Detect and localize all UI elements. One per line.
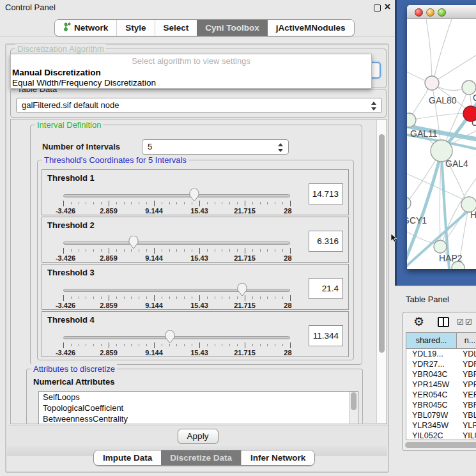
- node-gcy1: [407, 197, 411, 210]
- scrollbar-thumb[interactable]: [379, 134, 385, 353]
- node-gal80: [425, 76, 439, 90]
- split-view-icon[interactable]: [438, 317, 449, 327]
- close-icon[interactable]: ✕: [384, 2, 391, 12]
- zoom-traffic-light-icon[interactable]: [438, 8, 446, 17]
- table-data-combobox[interactable]: galFiltered.sif default node: [16, 98, 382, 113]
- close-traffic-light-icon[interactable]: [415, 8, 423, 17]
- column-header-name[interactable]: n...: [457, 333, 476, 348]
- number-of-intervals-label: Number of Intervals: [42, 142, 120, 151]
- threshold-2-value-field[interactable]: 6.316: [309, 231, 343, 252]
- attributes-group: Attributes to discretize Numerical Attri…: [26, 369, 363, 424]
- tab-jactivemnodules[interactable]: jActiveMNodules: [268, 20, 354, 36]
- slider-handle[interactable]: [237, 283, 247, 296]
- panel-vertical-scrollbar[interactable]: [376, 120, 386, 423]
- slider-track: [63, 336, 290, 339]
- slider-tick-labels: -3.426 2.859 9.144 15.43 21.715 28: [63, 349, 290, 357]
- gear-icon[interactable]: ⚙: [413, 314, 424, 329]
- slider-handle[interactable]: [189, 188, 199, 202]
- tab-discretize-data[interactable]: Discretize Data: [161, 450, 241, 465]
- network-canvas[interactable]: GAL80 G C GAL11 GAL4 H GCY1 HAP2: [407, 19, 476, 269]
- network-view-window: GAL80 G C GAL11 GAL4 H GCY1 HAP2: [407, 5, 476, 269]
- top-tab-bar: Network Style Select Cyni Toolbox jActiv…: [54, 19, 355, 36]
- number-of-intervals-combobox[interactable]: 5: [142, 139, 289, 155]
- label-g-partial: G: [473, 93, 476, 103]
- slider-tick-labels: -3.426 2.859 9.144 15.43 21.715 28: [63, 302, 290, 309]
- option-manual-discretization[interactable]: Manual Discretization: [12, 68, 101, 77]
- slider-track: [63, 194, 290, 197]
- slider-handle[interactable]: [165, 330, 175, 344]
- table-row[interactable]: YBL079WYBL0...: [406, 410, 476, 420]
- table-row[interactable]: YBR045CYBR0...: [406, 400, 476, 410]
- network-window-titlebar[interactable]: [407, 5, 476, 19]
- apply-button[interactable]: Apply: [178, 429, 219, 444]
- tab-select[interactable]: Select: [155, 20, 197, 36]
- tab-impute-data[interactable]: Impute Data: [94, 450, 161, 465]
- slider-track: [63, 242, 290, 245]
- threshold-2-slider[interactable]: -3.426 2.859 9.144 15.43 21.715 28: [63, 234, 290, 262]
- table-row[interactable]: YPR145WYPR1...: [406, 380, 476, 390]
- threshold-1-label: Threshold 1: [47, 173, 95, 183]
- slider-ticks: [63, 248, 290, 254]
- option-equal-width-frequency[interactable]: Equal Width/Frequency Discretization: [12, 78, 156, 88]
- table-row[interactable]: YLR345WYLR3...: [406, 420, 476, 431]
- combo-spinner-icon: [278, 142, 284, 153]
- apply-bar: Apply: [8, 426, 388, 446]
- attributes-list[interactable]: SelfLoops TopologicalCoefficient Between…: [38, 391, 358, 424]
- network-icon: [63, 22, 71, 33]
- table-row[interactable]: YDR27...YDR2...: [406, 359, 476, 369]
- label-hap2: HAP2: [439, 253, 463, 263]
- discretization-algorithm-title: Discretization Algorithm: [15, 44, 106, 54]
- threshold-4-value-field[interactable]: 11.344: [309, 325, 343, 346]
- table-row[interactable]: YIL052CYIL0...: [406, 431, 476, 440]
- threshold-3-slider[interactable]: -3.426 2.859 9.144 15.43 21.715 28: [63, 281, 290, 309]
- thresholds-group-title: Threshold's Coordinates for 5 Intervals: [42, 155, 188, 165]
- table-row[interactable]: YER054CYER0...: [406, 390, 476, 400]
- list-item[interactable]: TopologicalCoefficient: [39, 403, 358, 413]
- minimize-traffic-light-icon[interactable]: [426, 8, 434, 17]
- label-gal80: GAL80: [429, 95, 457, 105]
- table-row[interactable]: YDL19...YDL1...: [406, 349, 476, 359]
- slider-ticks: [63, 342, 290, 348]
- slider-handle[interactable]: [128, 236, 139, 249]
- table-toolbar: ⚙ ☑ ☑: [403, 312, 476, 332]
- label-c-partial: C: [472, 118, 476, 128]
- threshold-4-slider[interactable]: -3.426 2.859 9.144 15.43 21.715 28: [63, 328, 290, 357]
- tab-infer-network[interactable]: Infer Network: [241, 450, 314, 465]
- checkbox-icon[interactable]: ☑: [457, 318, 464, 326]
- table-panel-section: Table Panel ⚙ ☑ ☑ shared... n... YDL19..…: [395, 286, 476, 476]
- label-h-partial: H: [470, 210, 476, 220]
- slider-tick-labels: -3.426 2.859 9.144 15.43 21.715 28: [63, 254, 290, 262]
- threshold-3-value-field[interactable]: 21.4: [309, 278, 343, 299]
- mouse-cursor: [391, 234, 397, 244]
- threshold-1-slider[interactable]: -3.426 2.859 9.144 15.43 21.715 28: [63, 187, 290, 215]
- table-row[interactable]: YBR043CYBR0...: [406, 369, 476, 380]
- threshold-1-panel: Threshold 1 -3.426 2.859 9.144: [42, 169, 349, 215]
- list-scrollbar[interactable]: [349, 392, 358, 424]
- slider-tick-labels: -3.426 2.859 9.144 15.43 21.715 28: [63, 207, 290, 215]
- combo-spinner-icon: [371, 101, 377, 111]
- threshold-1-value-field[interactable]: 14.713: [309, 183, 343, 204]
- table-panel: ⚙ ☑ ☑ shared... n... YDL19...YDL1... YDR…: [403, 312, 476, 451]
- node-hap2: [434, 240, 447, 253]
- list-item[interactable]: SelfLoops: [39, 392, 358, 403]
- control-panel-titlebar: Control Panel ✕: [0, 0, 395, 15]
- tab-cyni-toolbox[interactable]: Cyni Toolbox: [197, 20, 268, 36]
- column-header-shared-name[interactable]: shared...: [406, 333, 457, 348]
- table-horizontal-scrollbar[interactable]: [405, 442, 476, 449]
- bottom-tab-bar: Impute Data Discretize Data Infer Networ…: [93, 450, 315, 466]
- threshold-3-panel: Threshold 3 -3.426 2.859 9.144: [42, 264, 349, 310]
- checkbox-icon[interactable]: ☑: [465, 318, 472, 326]
- label-gal4: GAL4: [445, 158, 468, 169]
- tab-style[interactable]: Style: [116, 20, 154, 36]
- slider-ticks: [63, 295, 290, 301]
- tabbar-divider: [0, 36, 395, 37]
- desktop-area: GAL80 G C GAL11 GAL4 H GCY1 HAP2 Table P…: [395, 0, 476, 476]
- attributes-group-title: Attributes to discretize: [31, 364, 117, 374]
- numerical-attributes-label: Numerical Attributes: [33, 377, 114, 387]
- table-panel-title: Table Panel: [406, 295, 449, 304]
- tab-network[interactable]: Network: [55, 20, 116, 36]
- float-window-icon[interactable]: [374, 4, 381, 12]
- scrollbar-thumb[interactable]: [405, 442, 476, 448]
- control-panel-title: Control Panel: [5, 3, 56, 12]
- list-item[interactable]: BetweennessCentrality: [39, 413, 358, 424]
